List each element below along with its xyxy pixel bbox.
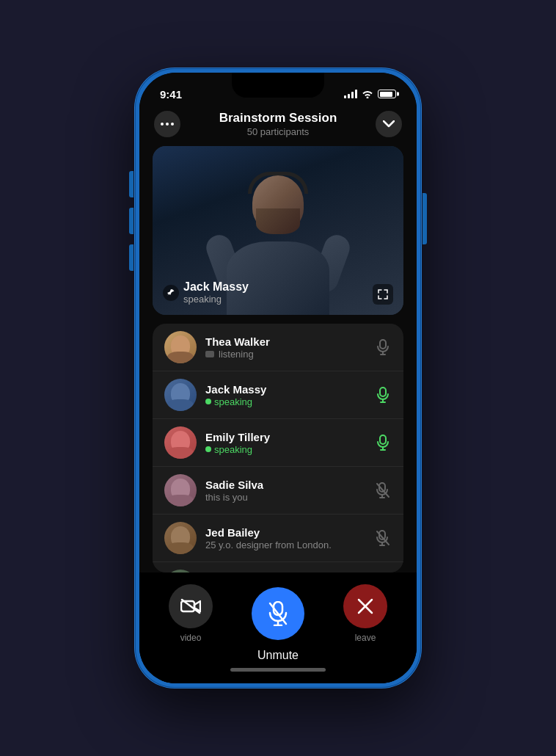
- chevron-down-icon: [383, 120, 395, 128]
- svg-rect-17: [181, 601, 194, 611]
- video-label: video: [180, 633, 202, 643]
- participant-status: speaking: [205, 396, 374, 407]
- unmute-label: Unmute: [257, 649, 299, 662]
- participant-status: 25 y.o. designer from London.: [205, 539, 374, 550]
- avatar-body: [167, 447, 194, 459]
- participant-status: speaking: [205, 444, 374, 455]
- home-indicator: [230, 668, 326, 672]
- participant-name: Sadie Silva: [205, 479, 374, 491]
- participant-info: Thea Walker listening: [205, 335, 374, 360]
- participant-name: Jack Massy: [205, 383, 374, 396]
- avatar: [164, 474, 197, 506]
- video-speaker-label: Jack Massy speaking: [163, 280, 249, 305]
- video-preview: Jack Massy speaking: [153, 146, 403, 315]
- phone-screen: 9:41: [139, 73, 417, 683]
- avatar-face: [164, 331, 197, 363]
- avatar: [164, 522, 197, 554]
- video-speaker-info: Jack Massy speaking: [183, 280, 249, 305]
- participant-name: Emily Tillery: [205, 431, 374, 443]
- participant-item[interactable]: Emily Tillery speaking: [153, 419, 403, 467]
- mic-icon: [374, 338, 392, 356]
- session-title: Brainstorm Session: [219, 111, 337, 126]
- avatar-face: [164, 426, 197, 459]
- avatar: [164, 379, 197, 411]
- screen: 9:41: [139, 73, 417, 683]
- status-icons: [344, 90, 396, 98]
- participant-item[interactable]: Jack Massy speaking: [153, 371, 403, 419]
- participant-item[interactable]: Thea Walker listening: [153, 324, 403, 371]
- svg-rect-6: [380, 435, 386, 444]
- video-speaker-status: speaking: [183, 294, 249, 305]
- participant-item[interactable]: Serena Moreno: [153, 562, 403, 573]
- mic-muted-icon: [374, 481, 392, 499]
- speaking-dot: [205, 446, 211, 452]
- pin-icon: [163, 285, 179, 301]
- bottom-controls: video: [139, 573, 417, 683]
- person-beard: [256, 208, 300, 234]
- participant-name: Thea Walker: [205, 335, 374, 348]
- participant-item[interactable]: Jed Bailey 25 y.o. designer from London.: [153, 515, 403, 562]
- participant-name: Jed Bailey: [205, 526, 374, 539]
- leave-label: leave: [355, 633, 376, 643]
- participant-status: this is you: [205, 492, 374, 503]
- leave-button[interactable]: [343, 584, 387, 628]
- status-time: 9:41: [160, 88, 182, 101]
- avatar-body: [167, 352, 194, 363]
- participant-info: Jack Massy speaking: [205, 383, 374, 407]
- header-title-group: Brainstorm Session 50 participants: [219, 111, 337, 137]
- participant-info: Sadie Silva this is you: [205, 479, 374, 503]
- chevron-down-button[interactable]: [376, 111, 402, 137]
- participant-info: Emily Tillery speaking: [205, 431, 374, 455]
- video-control-wrap: video: [169, 584, 213, 643]
- participant-info: Jed Bailey 25 y.o. designer from London.: [205, 526, 374, 550]
- mic-muted-icon: [374, 529, 392, 547]
- avatar: [164, 426, 197, 459]
- dots-icon: [161, 123, 174, 126]
- expand-button[interactable]: [373, 284, 393, 305]
- notch: [232, 73, 324, 98]
- avatar-face: [164, 379, 197, 411]
- avatar: [164, 331, 197, 363]
- video-status-icon: [205, 351, 214, 357]
- battery-icon: [378, 90, 396, 98]
- svg-rect-3: [380, 388, 386, 396]
- participants-count: 50 participants: [219, 126, 337, 137]
- video-speaker-name: Jack Massy: [183, 280, 249, 294]
- mic-icon: [374, 386, 392, 404]
- avatar-face: [164, 474, 197, 506]
- participants-list: Thea Walker listening: [153, 324, 403, 573]
- speaking-dot: [205, 399, 211, 404]
- svg-rect-0: [380, 340, 386, 349]
- avatar-body: [167, 495, 194, 506]
- menu-button[interactable]: [154, 111, 180, 137]
- avatar-body: [167, 542, 194, 554]
- avatar-face: [164, 570, 197, 573]
- signal-icon: [344, 90, 357, 98]
- participant-item[interactable]: Sadie Silva this is you: [153, 467, 403, 515]
- avatar: [164, 570, 197, 573]
- controls-row: video: [169, 584, 387, 643]
- header: Brainstorm Session 50 participants: [139, 105, 417, 146]
- phone-frame: 9:41: [135, 68, 421, 688]
- mute-control-wrap: [252, 587, 304, 640]
- wifi-icon: [362, 90, 373, 98]
- unmute-button[interactable]: [252, 587, 304, 640]
- mic-icon: [374, 434, 392, 451]
- participant-status: listening: [205, 349, 374, 360]
- avatar-body: [167, 399, 194, 411]
- avatar-face: [164, 522, 197, 554]
- leave-control-wrap: leave: [343, 584, 387, 643]
- video-button[interactable]: [169, 584, 213, 628]
